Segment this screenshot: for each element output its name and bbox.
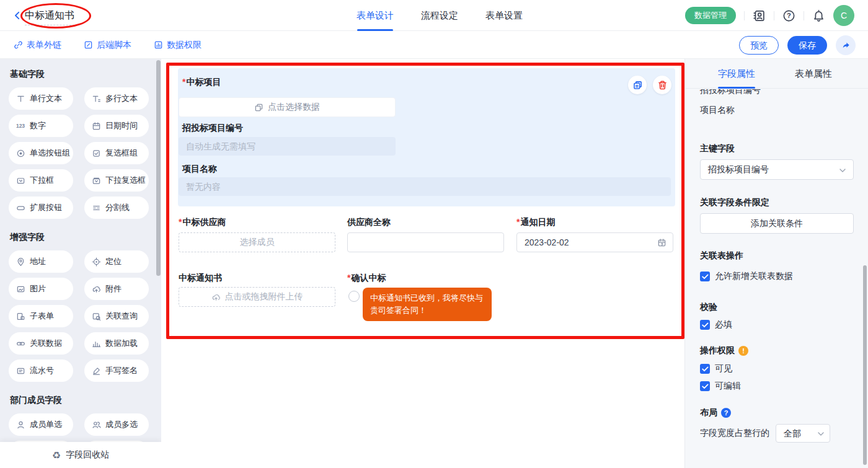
header-actions: 数据管理 ? C <box>685 0 854 31</box>
field-item-member-single[interactable]: 成员单选 <box>9 413 73 436</box>
field-label-notice-file: 中标通知书 <box>179 273 222 284</box>
delete-field-button[interactable] <box>653 76 671 94</box>
select-data-button[interactable]: 点击选择数据 <box>179 97 396 117</box>
project-no-input[interactable]: 自动生成无需填写 <box>179 137 396 156</box>
field-width-select[interactable]: 全部 <box>776 424 830 443</box>
calendar-icon[interactable] <box>657 238 666 247</box>
field-item-attachment[interactable]: 附件 <box>84 278 149 300</box>
lookup-icon <box>91 311 101 321</box>
field-item-data-load[interactable]: 数据加载 <box>84 332 149 355</box>
visible-checkbox[interactable]: 可见 <box>700 363 732 374</box>
data-permission-link[interactable]: 数据权限 <box>154 40 202 51</box>
back-button[interactable] <box>12 11 22 20</box>
field-label-project-no: 招投标项目编号 <box>182 123 243 134</box>
checkbox-checked-icon <box>700 272 710 281</box>
field-item-subform[interactable]: 子表单 <box>9 305 73 327</box>
attachment-upload-area[interactable]: 点击或拖拽附件上传 <box>179 287 335 307</box>
field-item-dropdown-multi[interactable]: 下拉复选框 <box>84 169 149 192</box>
supplier-member-picker[interactable]: 选择成员 <box>179 232 335 252</box>
field-item-datetime[interactable]: 日期时间 <box>84 115 149 137</box>
divider <box>804 11 804 20</box>
confirm-radio[interactable] <box>348 291 360 302</box>
divider-line-icon <box>91 203 101 213</box>
field-item-location[interactable]: 定位 <box>84 250 149 273</box>
chain-link-icon <box>16 338 25 348</box>
sub-toolbar: 表单外链 后端脚本 数据权限 预览 保存 <box>0 31 868 59</box>
field-item-divider[interactable]: 分割线 <box>84 196 149 219</box>
notification-bell-icon[interactable] <box>812 9 825 22</box>
duplicate-field-button[interactable] <box>628 76 647 94</box>
tab-form-design[interactable]: 表单设计 <box>356 0 394 31</box>
field-item-checkbox-group[interactable]: 复选框组 <box>84 142 149 164</box>
backend-script-link[interactable]: 后端脚本 <box>84 40 131 51</box>
tab-form-properties[interactable]: 表单属性 <box>795 59 832 89</box>
field-item-radio-group[interactable]: 单选按钮组 <box>9 142 73 164</box>
form-title[interactable]: 中标通知书 <box>25 9 74 25</box>
subform-icon <box>16 311 25 321</box>
field-item-signature[interactable]: 手写签名 <box>84 360 149 382</box>
project-name-input[interactable]: 暂无内容 <box>179 177 671 196</box>
supplier-full-input[interactable] <box>347 232 504 252</box>
toolbar-links: 表单外链 后端脚本 数据权限 <box>14 31 202 59</box>
app-header: 中标通知书 表单设计 流程设定 表单设置 数据管理 ? C <box>0 0 868 31</box>
field-list-item-clipped[interactable]: 招投标项目编号 <box>700 89 761 96</box>
primary-key-label: 主键字段 <box>700 143 735 154</box>
user-avatar[interactable]: C <box>833 5 854 26</box>
field-item-dropdown[interactable]: 下拉框 <box>9 169 73 192</box>
field-item-member-multi[interactable]: 成员多选 <box>84 413 149 436</box>
field-label-notice-date: *通知日期 <box>516 217 555 228</box>
recycle-icon: ♻ <box>52 449 61 461</box>
field-item-multi-line-text[interactable]: 多行文本 <box>84 87 149 110</box>
share-arrow-icon <box>841 41 851 50</box>
field-recycle-bin[interactable]: ♻ 字段回收站 <box>0 442 161 468</box>
panel-tabs: 字段属性 表单属性 <box>685 59 868 89</box>
field-label-project: *中标项目 <box>182 77 221 88</box>
primary-key-select[interactable]: 招投标项目编号 <box>700 159 854 180</box>
share-button[interactable] <box>836 35 856 55</box>
section-title-enhanced-fields: 增强字段 <box>10 232 161 243</box>
confirm-option-tag[interactable]: 中标通知书已收到，我将尽快与贵司签署合同！ <box>363 288 492 321</box>
save-button[interactable]: 保存 <box>787 36 827 55</box>
preview-button[interactable]: 预览 <box>739 36 779 55</box>
tab-field-properties[interactable]: 字段属性 <box>718 59 755 89</box>
form-design-canvas[interactable]: *中标项目 点击选择数据 招投标项目编号 自动生成无需填写 项目名称 暂无内容 … <box>161 59 685 468</box>
pen-signature-icon <box>91 366 101 376</box>
field-item-number[interactable]: 123 数字 <box>9 115 73 137</box>
contacts-icon[interactable] <box>753 9 766 22</box>
form-external-link[interactable]: 表单外链 <box>14 40 61 51</box>
chevron-down-icon <box>818 432 824 436</box>
data-manage-button[interactable]: 数据管理 <box>685 7 736 24</box>
trash-icon <box>657 80 668 91</box>
warning-icon: ! <box>738 346 748 356</box>
sidebar-scrollbar[interactable] <box>156 60 161 276</box>
help-circle-icon[interactable]: ? <box>721 408 731 418</box>
field-item-address[interactable]: 地址 <box>9 250 73 273</box>
checkbox-checked-icon <box>700 364 710 374</box>
tab-flow-setting[interactable]: 流程设定 <box>421 0 458 31</box>
field-item-linked-lookup[interactable]: 关联查询 <box>84 305 149 327</box>
help-icon[interactable]: ? <box>782 9 795 22</box>
field-list-item[interactable]: 项目名称 <box>700 105 735 116</box>
divider <box>744 11 745 20</box>
allow-add-relation-checkbox[interactable]: 允许新增关联表数据 <box>700 271 793 282</box>
field-item-linked-data[interactable]: 关联数据 <box>9 332 73 355</box>
editable-checkbox[interactable]: 可编辑 <box>700 381 741 392</box>
section-title-member-fields: 部门成员字段 <box>10 395 161 406</box>
field-item-serial-number[interactable]: 流水号 <box>9 360 73 382</box>
add-relation-condition-button[interactable]: 添加关联条件 <box>700 213 854 234</box>
checkbox-checked-icon <box>700 381 710 391</box>
field-label-supplier: *中标供应商 <box>179 217 226 228</box>
image-icon <box>16 284 25 294</box>
chevron-down-icon <box>839 169 846 172</box>
notice-date-input[interactable]: 2023-02-02 <box>516 232 673 252</box>
script-icon <box>84 40 93 50</box>
field-item-image[interactable]: 图片 <box>9 278 73 300</box>
required-checkbox[interactable]: 必填 <box>700 319 732 330</box>
field-item-expand-button[interactable]: 扩展按钮 <box>9 196 73 219</box>
window-scrollbar[interactable] <box>863 265 867 465</box>
properties-panel: 字段属性 表单属性 招投标项目编号 项目名称 主键字段 招投标项目编号 关联字段… <box>685 59 868 468</box>
field-item-single-line-text[interactable]: 单行文本 <box>9 87 73 110</box>
relation-condition-label: 关联字段条件限定 <box>700 197 769 208</box>
tab-form-setting[interactable]: 表单设置 <box>485 0 523 31</box>
calendar-icon <box>91 121 101 131</box>
